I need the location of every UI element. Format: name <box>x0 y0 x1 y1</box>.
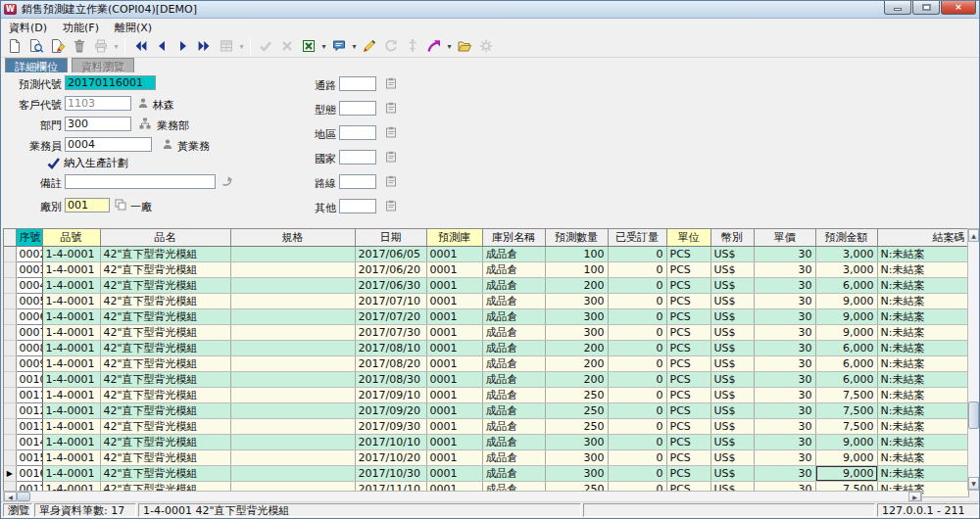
cell-currency[interactable]: US$ <box>710 434 754 449</box>
grid-row[interactable]: 00091-4-000142"直下型背光模組2017/08/200001成品倉2… <box>4 355 968 371</box>
col-header-spec[interactable]: 規格 <box>230 229 355 246</box>
cell-warehouse[interactable]: 0001 <box>426 246 482 261</box>
cell-forecast_amount[interactable]: 7,500 <box>815 418 877 434</box>
current-row-marker[interactable]: ▶ <box>4 465 16 481</box>
cell-warehouse_name[interactable]: 成品倉 <box>482 293 545 308</box>
cell-ordered_qty[interactable]: 0 <box>608 261 666 277</box>
cell-spec[interactable] <box>230 387 355 402</box>
row-select-gutter[interactable] <box>4 293 16 308</box>
row-select-gutter[interactable] <box>4 340 16 355</box>
cell-unit_price[interactable]: 30 <box>754 246 815 261</box>
minimize-button[interactable] <box>884 0 911 15</box>
grid-row[interactable]: 00141-4-000142"直下型背光模組2017/10/100001成品倉3… <box>4 434 968 449</box>
cell-item_name[interactable]: 42"直下型背光模組 <box>100 355 230 371</box>
cell-ordered_qty[interactable]: 0 <box>608 308 666 324</box>
cell-unit[interactable]: PCS <box>666 402 710 418</box>
cell-ordered_qty[interactable]: 0 <box>608 387 666 402</box>
route-input[interactable] <box>339 174 376 189</box>
cell-item_no[interactable]: 1-4-0001 <box>42 355 100 371</box>
cell-ordered_qty[interactable]: 0 <box>608 465 666 481</box>
cell-currency[interactable]: US$ <box>710 371 754 387</box>
cell-unit[interactable]: PCS <box>666 371 710 387</box>
cell-close_code[interactable]: N:未結案 <box>877 465 968 481</box>
row-select-gutter[interactable] <box>4 449 16 465</box>
cell-forecast_amount[interactable]: 9,000 <box>815 324 877 340</box>
department-lookup-icon[interactable] <box>139 118 151 129</box>
cell-warehouse_name[interactable]: 成品倉 <box>482 246 545 261</box>
factory-lookup-icon[interactable] <box>115 199 126 211</box>
row-select-gutter[interactable] <box>4 371 16 387</box>
cell-unit_price[interactable]: 30 <box>754 402 815 418</box>
menu-data[interactable]: 資料(D) <box>1 20 55 36</box>
cell-spec[interactable] <box>230 246 355 261</box>
first-record-button[interactable] <box>129 36 151 57</box>
col-header-unit_price[interactable]: 單價 <box>754 229 815 246</box>
cell-forecast_amount[interactable]: 6,000 <box>815 371 877 387</box>
scroll-right-icon[interactable]: ▶ <box>908 492 921 501</box>
cell-forecast_qty[interactable]: 300 <box>545 308 608 324</box>
cell-seq[interactable]: 0015 <box>16 449 42 465</box>
col-header-item_no[interactable]: 品號 <box>42 229 100 246</box>
cell-item_name[interactable]: 42"直下型背光模組 <box>100 308 230 324</box>
cell-seq[interactable]: 0016 <box>16 465 42 481</box>
cell-forecast_amount[interactable]: 6,000 <box>815 340 877 355</box>
cell-ordered_qty[interactable]: 0 <box>608 355 666 371</box>
grid-row[interactable]: 00101-4-000142"直下型背光模組2017/08/300001成品倉2… <box>4 371 968 387</box>
scroll-down-icon[interactable]: ▼ <box>968 477 979 490</box>
cell-spec[interactable] <box>230 418 355 434</box>
cell-forecast_qty[interactable]: 200 <box>545 340 608 355</box>
cell-forecast_amount[interactable]: 9,000 <box>815 308 877 324</box>
row-select-gutter[interactable] <box>4 434 16 449</box>
cell-item_no[interactable]: 1-4-0001 <box>42 465 100 481</box>
cell-item_no[interactable]: 1-4-0001 <box>42 434 100 449</box>
cell-item_no[interactable]: 1-4-0001 <box>42 371 100 387</box>
vertical-scrollbar[interactable]: ▲ ▼ <box>967 228 980 491</box>
cell-item_no[interactable]: 1-4-0001 <box>42 387 100 402</box>
cell-unit[interactable]: PCS <box>666 434 710 449</box>
cell-warehouse_name[interactable]: 成品倉 <box>482 324 545 340</box>
cell-spec[interactable] <box>230 434 355 449</box>
cell-item_no[interactable]: 1-4-0001 <box>42 261 100 277</box>
print-dropdown[interactable]: ▾ <box>112 36 121 57</box>
cell-forecast_amount[interactable]: 3,000 <box>815 261 877 277</box>
scroll-left-icon[interactable]: ◀ <box>4 492 17 501</box>
cell-item_no[interactable]: 1-4-0001 <box>42 308 100 324</box>
grid-row[interactable]: 00131-4-000142"直下型背光模組2017/09/300001成品倉2… <box>4 418 968 434</box>
other-input[interactable] <box>339 199 376 213</box>
cell-unit[interactable]: PCS <box>666 277 710 293</box>
cell-spec[interactable] <box>230 465 355 481</box>
highlighter-button[interactable] <box>359 36 380 57</box>
cell-unit[interactable]: PCS <box>666 293 710 308</box>
cell-currency[interactable]: US$ <box>710 465 754 481</box>
cell-unit_price[interactable]: 30 <box>754 261 815 277</box>
cell-warehouse_name[interactable]: 成品倉 <box>482 340 545 355</box>
memo-expand-icon[interactable] <box>221 175 233 187</box>
cell-warehouse_name[interactable]: 成品倉 <box>482 465 545 481</box>
grid-row[interactable]: 00061-4-000142"直下型背光模組2017/07/200001成品倉3… <box>4 308 968 324</box>
cell-spec[interactable] <box>230 324 355 340</box>
delete-record-button[interactable] <box>69 36 90 57</box>
cell-unit[interactable]: PCS <box>666 261 710 277</box>
cell-unit_price[interactable]: 30 <box>754 277 815 293</box>
grid-row[interactable]: 00081-4-000142"直下型背光模組2017/08/100001成品倉2… <box>4 340 968 355</box>
cell-close_code[interactable]: N:未結案 <box>877 261 968 277</box>
cell-spec[interactable] <box>230 277 355 293</box>
cell-date[interactable]: 2017/09/10 <box>355 387 426 402</box>
cell-close_code[interactable]: N:未結案 <box>877 355 968 371</box>
route-lookup-icon[interactable] <box>385 175 397 187</box>
cell-ordered_qty[interactable]: 0 <box>608 418 666 434</box>
cell-warehouse_name[interactable]: 成品倉 <box>482 355 545 371</box>
cell-ordered_qty[interactable]: 0 <box>608 324 666 340</box>
cell-item_no[interactable]: 1-4-0001 <box>42 402 100 418</box>
scroll-up-icon[interactable]: ▲ <box>968 229 979 242</box>
grid-row[interactable]: 00041-4-000142"直下型背光模組2017/06/300001成品倉2… <box>4 277 968 293</box>
country-lookup-icon[interactable] <box>385 151 397 163</box>
cell-warehouse[interactable]: 0001 <box>426 449 482 465</box>
tab-detail-fields[interactable]: 詳細欄位 <box>5 58 68 72</box>
cell-unit[interactable]: PCS <box>666 246 710 261</box>
cell-item_no[interactable]: 1-4-0001 <box>42 449 100 465</box>
cell-unit_price[interactable]: 30 <box>754 418 815 434</box>
cell-forecast_amount[interactable]: 9,000 <box>815 293 877 308</box>
cell-unit[interactable]: PCS <box>666 387 710 402</box>
cell-item_name[interactable]: 42"直下型背光模組 <box>100 449 230 465</box>
